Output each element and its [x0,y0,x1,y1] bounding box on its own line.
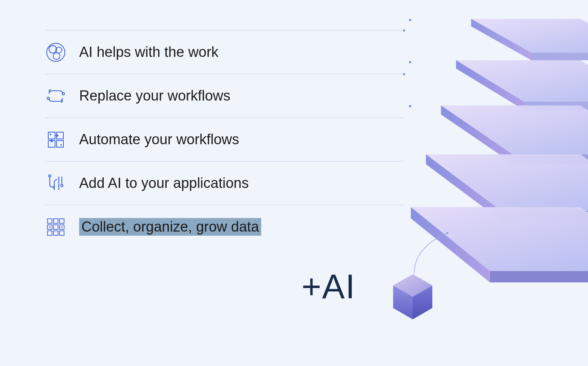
row-ai-helps: AI helps with the work [45,30,403,74]
svg-point-30 [50,134,51,135]
svg-marker-2 [531,53,588,60]
svg-marker-6 [441,105,588,154]
svg-rect-44 [60,231,64,235]
svg-rect-43 [54,231,58,235]
row-label: Add AI to your applications [79,175,249,191]
row-label: Automate your workflows [79,131,239,148]
row-automate-workflows: Automate your workflows [45,117,403,161]
svg-point-16 [409,61,411,63]
svg-rect-37 [54,219,58,223]
feature-list: AI helps with the work Replace your work… [45,30,403,249]
svg-point-45 [49,226,51,228]
replace-workflows-icon [45,85,66,107]
svg-point-24 [62,93,64,95]
svg-marker-9 [426,154,588,211]
svg-rect-38 [60,219,64,223]
svg-rect-36 [47,219,52,223]
svg-rect-26 [48,132,55,139]
svg-point-31 [60,144,62,146]
automate-workflows-icon [45,129,66,150]
ai-cube [390,271,435,324]
row-label: Collect, organize, grow data [79,218,261,236]
svg-rect-40 [54,225,58,229]
add-ai-icon [45,173,66,194]
svg-marker-14 [490,271,588,282]
svg-point-17 [409,105,411,107]
row-label: Replace your workflows [79,88,230,104]
row-add-ai: Add AI to your applications [45,161,403,205]
row-label: AI helps with the work [79,44,219,60]
plus-ai-label: +AI [302,267,356,306]
svg-rect-29 [57,140,63,147]
row-replace-workflows: Replace your workflows [45,74,403,117]
svg-point-23 [53,53,60,59]
svg-point-35 [61,185,63,187]
svg-point-21 [49,46,57,53]
svg-point-25 [47,97,49,99]
row-collect-data: Collect, organize, grow data [45,205,403,249]
svg-point-34 [49,175,51,177]
svg-rect-42 [47,231,52,235]
ai-helps-icon [45,42,66,63]
svg-marker-3 [456,60,588,102]
collect-data-icon [45,217,66,238]
svg-point-15 [409,19,411,21]
svg-point-20 [47,43,65,61]
svg-point-46 [61,226,63,228]
